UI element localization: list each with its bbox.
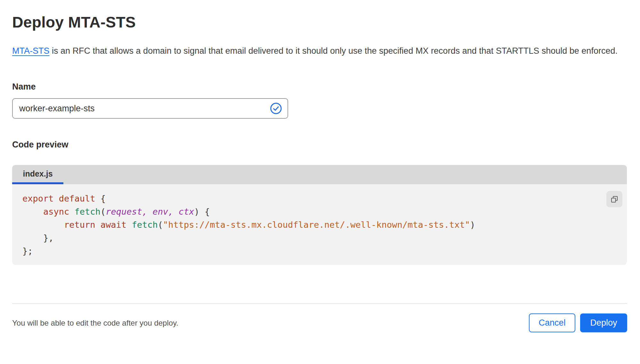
- code-token: },: [22, 233, 54, 243]
- code-token: fetch: [75, 207, 101, 217]
- name-input-wrap: [12, 98, 288, 119]
- code-token: ): [470, 220, 475, 230]
- code-line: return await fetch("https://mta-sts.mx.c…: [22, 218, 604, 231]
- code-token: [22, 220, 64, 230]
- code-tab-bar: index.js: [12, 165, 627, 184]
- code-token: (: [101, 207, 106, 217]
- deploy-button[interactable]: Deploy: [580, 313, 627, 332]
- footer-divider: [12, 303, 627, 304]
- code-preview-card: index.js export default { async fetch(re…: [12, 165, 627, 265]
- deploy-mta-sts-page: Deploy MTA-STS MTA-STS is an RFC that al…: [0, 13, 640, 332]
- code-line: },: [22, 231, 604, 244]
- copy-icon: [610, 195, 619, 203]
- code-token: async: [43, 207, 69, 217]
- code-token: return await: [64, 220, 126, 230]
- description-text: is an RFC that allows a domain to signal…: [50, 46, 618, 56]
- code-preview-heading: Code preview: [12, 140, 628, 150]
- footer-note: You will be able to edit the code after …: [12, 319, 178, 328]
- code-line: export default {: [22, 192, 604, 205]
- code-token: (: [158, 220, 163, 230]
- code-line: async fetch(request, env, ctx) {: [22, 205, 604, 218]
- footer: You will be able to edit the code after …: [12, 313, 627, 332]
- code-token: fetch: [132, 220, 158, 230]
- tab-label: index.js: [23, 169, 53, 178]
- code-token: [126, 220, 132, 230]
- copy-button[interactable]: [606, 191, 622, 207]
- footer-buttons: Cancel Deploy: [529, 313, 627, 332]
- code-token: request, env, ctx: [106, 207, 194, 217]
- mta-sts-link[interactable]: MTA-STS: [12, 46, 50, 56]
- page-title: Deploy MTA-STS: [12, 13, 628, 31]
- code-token: [69, 207, 74, 217]
- name-input[interactable]: [12, 98, 288, 119]
- code-token: "https://mta-sts.mx.cloudflare.net/.well…: [163, 220, 470, 230]
- code-token: {: [95, 194, 106, 203]
- tab-index-js[interactable]: index.js: [12, 165, 63, 184]
- code-block: export default { async fetch(request, en…: [22, 192, 604, 257]
- cancel-button[interactable]: Cancel: [529, 313, 575, 332]
- code-area: export default { async fetch(request, en…: [12, 184, 627, 265]
- code-token: };: [22, 246, 33, 256]
- description: MTA-STS is an RFC that allows a domain t…: [12, 44, 619, 58]
- code-token: ) {: [194, 207, 210, 217]
- code-token: [22, 207, 43, 217]
- code-token: export default: [22, 194, 95, 203]
- check-circle-icon: [270, 102, 282, 115]
- code-line: };: [22, 244, 604, 257]
- name-label: Name: [12, 82, 628, 92]
